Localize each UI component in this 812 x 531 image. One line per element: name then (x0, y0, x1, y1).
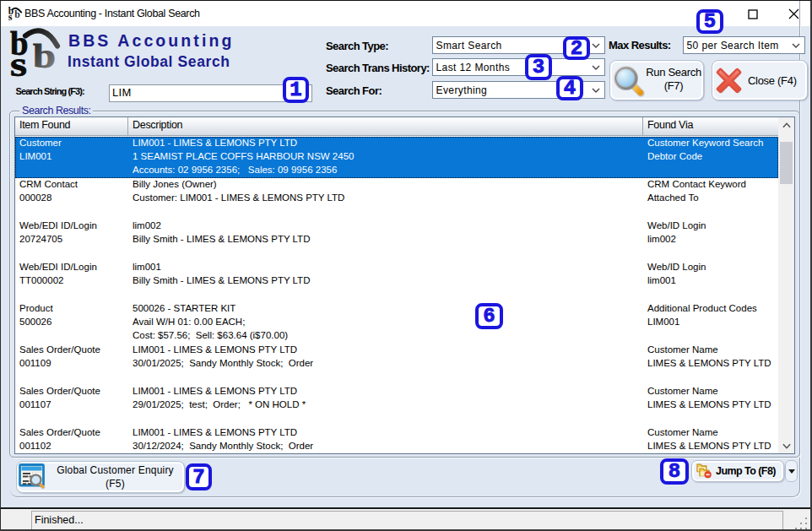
svg-text:b: b (33, 37, 56, 75)
svg-text:s: s (10, 45, 27, 83)
